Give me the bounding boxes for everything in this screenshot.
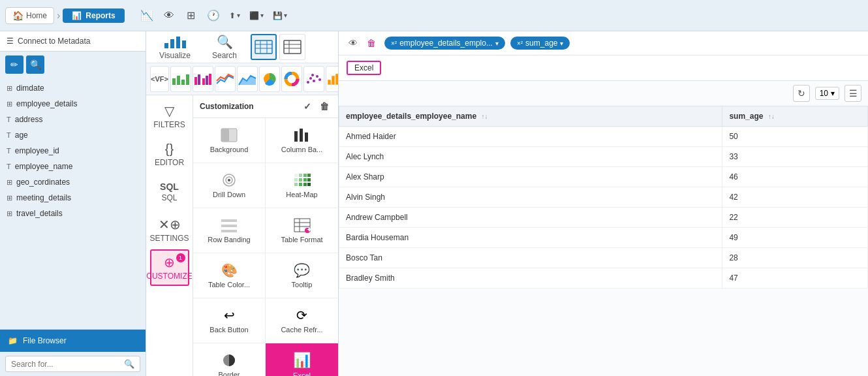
sidebar-item-employee-id[interactable]: T employee_id — [0, 143, 146, 159]
filters-panel-button[interactable]: ▽ FILTERS — [150, 98, 189, 134]
left-sidebar: ☰ Connect to Metadata ✏ 🔍 ⊞ dimdate ⊞ em… — [0, 31, 146, 376]
upload-dropdown[interactable]: ⬆ ▾ — [226, 10, 243, 22]
filter-chip-sum-age[interactable]: ×² sum_age ▾ — [510, 37, 570, 50]
table-color-button[interactable]: 🎨 Table Color... — [193, 253, 266, 298]
editor-panel-button[interactable]: {} EDITOR — [150, 136, 189, 172]
line-chart-icon[interactable]: 📉 — [138, 7, 156, 25]
sidebar-item-geo-cordinates[interactable]: ⊞ geo_cordinates — [0, 174, 146, 190]
customize-panel-button[interactable]: 1 ⊕ CUSTOMIZE — [150, 249, 189, 286]
tooltip-icon: 💬 — [294, 262, 310, 278]
sort-icon[interactable]: ↑↓ — [768, 113, 775, 120]
grouped-bar-button[interactable] — [193, 66, 213, 92]
donut-chart-button[interactable] — [281, 66, 302, 92]
filter-bar: 👁 🗑 ×² employee_details_emplo... ▾ ×² su… — [339, 31, 868, 55]
svg-rect-58 — [221, 219, 237, 222]
save-icon: 💾 — [273, 11, 283, 20]
delete-action-button[interactable]: 🗑 — [317, 99, 332, 114]
data-table: employee_details_employee_name ↑↓ sum_ag… — [339, 106, 868, 289]
pie-chart-button[interactable] — [259, 66, 280, 92]
home-button[interactable]: 🏠 Home — [5, 7, 54, 24]
svg-rect-2 — [176, 37, 180, 48]
save-dropdown[interactable]: 💾 ▾ — [270, 10, 290, 22]
check-action-button[interactable]: ✓ — [300, 99, 315, 114]
sidebar-search-button[interactable]: 🔍 — [26, 55, 44, 74]
reports-nav-button[interactable]: 📊 Reports — [63, 8, 124, 23]
file-browser-button[interactable]: 📁 File Browser — [0, 330, 146, 352]
col-header-age[interactable]: sum_age ↑↓ — [722, 106, 868, 127]
vf-button[interactable]: <VF> — [150, 66, 169, 92]
add-button[interactable]: ✏ — [5, 55, 23, 74]
eye-filter-icon[interactable]: 👁 — [345, 35, 361, 51]
list-view-button[interactable]: ☰ — [845, 85, 861, 102]
table-row: Alvin Singh42 — [339, 187, 868, 208]
sidebar-item-employee-name[interactable]: T employee_name — [0, 159, 146, 174]
sidebar-item-age[interactable]: T age — [0, 127, 146, 143]
background-icon — [220, 127, 238, 143]
sort-icon[interactable]: ↑↓ — [481, 113, 488, 120]
delete-filter-icon[interactable]: 🗑 — [364, 35, 379, 51]
svg-rect-4 — [255, 40, 272, 54]
row-banding-button[interactable]: Row Banding — [193, 208, 266, 253]
area-chart-button[interactable] — [237, 66, 258, 92]
drill-down-button[interactable]: Drill Down — [193, 163, 266, 208]
item-label: address — [15, 115, 43, 124]
heat-map-button[interactable]: Heat-Map — [266, 163, 338, 208]
file-browser-label: File Browser — [23, 336, 67, 345]
svg-rect-50 — [294, 178, 298, 181]
sql-panel-button[interactable]: SQL SQL — [150, 174, 189, 210]
table-format-button[interactable]: ✦ Table Format — [266, 208, 338, 253]
file-search-bar[interactable]: 🔍 — [5, 356, 140, 372]
scatter-chart-button[interactable] — [303, 66, 324, 92]
cache-refresh-button[interactable]: ⟳ Cache Refr... — [266, 298, 338, 343]
eye-icon[interactable]: 👁 — [160, 7, 178, 25]
svg-text:✦: ✦ — [306, 225, 311, 233]
back-button-cell[interactable]: ↩ Back Button — [193, 298, 266, 343]
file-search-input[interactable] — [11, 360, 124, 369]
excel-button[interactable]: 📊 Excel — [266, 343, 338, 376]
sidebar-item-address[interactable]: T address — [0, 112, 146, 127]
svg-rect-54 — [294, 183, 298, 186]
table-toolbar: ↻ 10 ▾ ☰ — [339, 81, 868, 106]
column-bar-button[interactable]: Column Ba... — [266, 118, 338, 163]
visualize-button[interactable]: Visualize — [151, 34, 198, 60]
clock-icon[interactable]: 🕐 — [204, 7, 223, 25]
svg-rect-57 — [307, 183, 311, 186]
table-icon: ⊞ — [7, 100, 12, 108]
histogram-button[interactable] — [326, 66, 338, 92]
sidebar-item-employee-details[interactable]: ⊞ employee_details — [0, 96, 146, 112]
col-header-name-label: employee_details_employee_name — [346, 112, 476, 121]
editor-icon: {} — [165, 142, 174, 157]
search-button[interactable]: 🔍 Search — [201, 34, 248, 60]
refresh-button[interactable]: ↻ — [793, 85, 810, 102]
page-size-select[interactable]: 10 ▾ — [815, 87, 839, 100]
background-button[interactable]: Background — [193, 118, 266, 163]
sidebar-item-travel-details[interactable]: ⊞ travel_details — [0, 206, 146, 221]
bar-chart-button[interactable] — [170, 66, 191, 92]
grid-icon[interactable]: ⊞ — [182, 7, 200, 25]
sidebar-item-dimdate[interactable]: ⊞ dimdate — [0, 80, 146, 96]
line-chart-button[interactable] — [215, 66, 236, 92]
chip-close-icon[interactable]: ▾ — [495, 40, 499, 47]
excel-icon: 📊 — [293, 352, 311, 369]
table-view-button[interactable] — [251, 34, 277, 60]
filter-chip-employee[interactable]: ×² employee_details_emplo... ▾ — [384, 37, 505, 50]
connect-metadata-button[interactable]: ☰ Connect to Metadata — [0, 31, 146, 52]
settings-panel-button[interactable]: ✕⊕ SETTINGS — [150, 212, 189, 248]
chip-close-icon[interactable]: ▾ — [560, 40, 563, 47]
sidebar-item-meeting-details[interactable]: ⊞ meeting_details — [0, 190, 146, 206]
cust-row: ↩ Back Button ⟳ Cache Refr... — [193, 298, 338, 343]
border-button[interactable]: Border — [193, 343, 266, 376]
table-icon: ⊞ — [7, 194, 12, 202]
nav-chevron-icon: › — [57, 10, 60, 22]
col-header-name[interactable]: employee_details_employee_name ↑↓ — [339, 106, 722, 127]
cell-sum-age: 46 — [722, 167, 868, 187]
pivot-view-button[interactable] — [279, 34, 305, 60]
layout-dropdown[interactable]: ⬛ ▾ — [247, 10, 266, 22]
customization-area: Customization ✓ 🗑 Background — [193, 95, 338, 376]
svg-point-29 — [309, 77, 312, 80]
tooltip-button[interactable]: 💬 Tooltip — [266, 253, 338, 298]
svg-rect-34 — [328, 80, 331, 85]
svg-rect-49 — [307, 174, 311, 177]
right-content: 👁 🗑 ×² employee_details_emplo... ▾ ×² su… — [339, 31, 868, 376]
svg-rect-42 — [305, 133, 308, 142]
